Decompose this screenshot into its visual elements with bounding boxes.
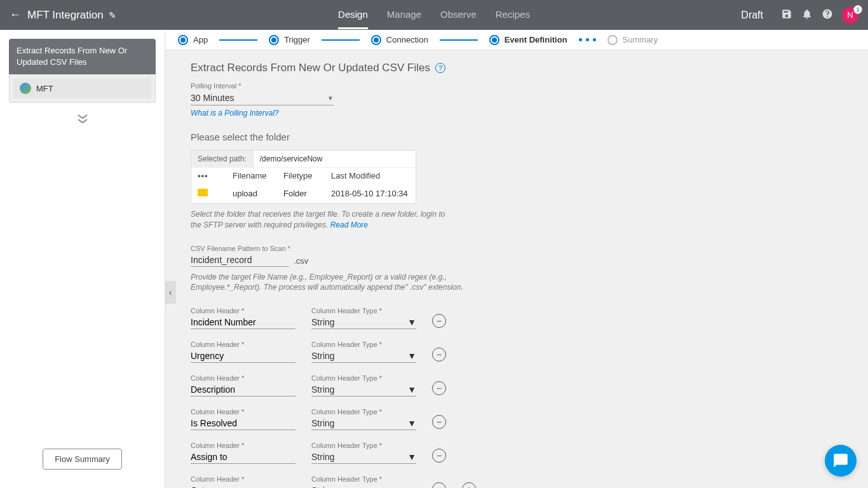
remove-row-button[interactable]: − [432,449,446,463]
sidebar-collapse-icon[interactable] [9,114,156,125]
app-name: MFT [36,84,53,93]
step-app[interactable]: App [178,35,208,45]
column-row: Column Header * Column Header Type *Stri… [191,341,843,363]
column-header-input[interactable] [191,383,295,396]
folder-browser: Selected path: /demo/serviceNow ••• File… [191,150,416,204]
chevron-down-icon: ▼ [407,317,416,327]
column-header-input[interactable] [191,451,295,464]
step-connection[interactable]: Connection [371,35,428,45]
tab-design[interactable]: Design [338,1,368,29]
column-row: Column Header * Column Header Type *Stri… [191,442,843,464]
status-label: Draft [741,10,763,21]
step-connector [440,39,478,41]
remove-row-button[interactable]: − [432,381,446,395]
avatar[interactable]: N 1 [842,7,858,24]
selected-path-value: /demo/serviceNow [254,151,329,167]
tab-observe[interactable]: Observe [440,1,477,29]
csv-extension-text: .csv [294,256,308,267]
tab-recipes[interactable]: Recipes [496,1,530,29]
column-type-select[interactable]: String▼ [311,383,416,396]
app-card: MFT [9,74,156,103]
top-bar: ← MFT Integration ✎ Design Manage Observ… [0,0,868,30]
column-type-select[interactable]: String▼ [311,316,416,329]
form-title: Extract Records From New Or Updated CSV … [191,62,843,74]
polling-label: Polling Interval * [191,82,843,90]
step-trigger[interactable]: Trigger [269,35,310,45]
csv-pattern-label: CSV Filename Pattern to Scan * [191,245,290,252]
column-row: Column Header * Column Header Type *Stri… [191,475,843,488]
remove-row-button[interactable]: − [432,314,446,328]
avatar-letter: N [847,10,853,20]
column-row: Column Header * Column Header Type *Stri… [191,307,843,329]
step-summary[interactable]: Summary [607,35,658,45]
remove-row-button[interactable]: − [432,415,446,429]
pencil-icon[interactable]: ✎ [109,10,116,20]
sidebar-app-item[interactable]: MFT [13,78,151,98]
csv-pattern-input[interactable] [191,254,289,267]
panel-collapse-handle[interactable]: ‹ [165,281,176,304]
chevron-down-icon: ▼ [327,95,334,102]
chevron-down-icon: ▼ [407,452,416,462]
chat-bubble-button[interactable] [825,445,857,477]
flow-card[interactable]: Extract Records From New Or Updated CSV … [9,39,156,74]
help-icon[interactable]: ? [435,63,445,73]
step-connector-dots [579,38,596,41]
add-row-button[interactable]: + [462,482,476,488]
folder-table-header: ••• Filename Filetype Last Modified [191,167,416,184]
folder-path-row: Selected path: /demo/serviceNow [191,151,416,167]
step-connector [219,39,257,41]
avatar-badge: 1 [853,5,862,14]
column-header-input[interactable] [191,484,295,488]
column-header-input[interactable] [191,316,295,329]
form-area: Extract Records From New Or Updated CSV … [165,50,868,488]
column-header-input[interactable] [191,349,295,363]
help-icon[interactable] [822,8,833,22]
header-actions: N 1 [781,7,858,24]
selected-path-label: Selected path: [191,151,254,167]
csv-hint: Provide the target File Name (e.g., Empl… [191,272,483,294]
top-tabs: Design Manage Observe Recipes [338,1,530,29]
tab-manage[interactable]: Manage [387,1,421,29]
remove-row-button[interactable]: − [432,348,446,362]
wizard-stepper: App Trigger Connection Event Definition … [165,30,868,50]
step-connector [322,39,360,41]
bell-icon[interactable] [801,8,813,22]
page-title: MFT Integration [27,9,104,22]
folder-hint: Select the folder that receives the targ… [191,209,458,231]
column-type-select[interactable]: String▼ [311,451,416,464]
folder-icon [198,189,208,196]
more-icon[interactable]: ••• [198,171,208,180]
polling-help-link[interactable]: What is a Polling Interval? [191,109,279,118]
column-headers-list: Column Header * Column Header Type *Stri… [191,307,843,488]
flow-summary-button[interactable]: Flow Summary [43,449,122,470]
polling-interval-select[interactable]: 30 Minutes ▼ [191,91,334,105]
content-area: ‹ App Trigger Connection Event Definitio… [165,30,868,488]
save-icon[interactable] [781,8,792,22]
chevron-down-icon: ▼ [407,384,416,395]
back-arrow-icon[interactable]: ← [10,8,21,22]
column-header-input[interactable] [191,417,295,430]
mft-app-icon [20,83,31,94]
chevron-down-icon: ▼ [407,485,416,488]
step-event-definition[interactable]: Event Definition [489,35,567,45]
column-type-select[interactable]: String▼ [311,417,416,430]
chevron-down-icon: ▼ [407,418,416,428]
column-type-select[interactable]: String▼ [311,484,416,488]
folder-table-row[interactable]: upload Folder 2018-05-10 17:10:34 [191,184,416,203]
column-row: Column Header * Column Header Type *Stri… [191,408,843,430]
remove-row-button[interactable]: − [432,482,446,488]
column-row: Column Header * Column Header Type *Stri… [191,374,843,396]
folder-section-title: Please select the folder [191,132,843,142]
chevron-down-icon: ▼ [407,351,416,361]
column-type-select[interactable]: String▼ [311,349,416,363]
read-more-link[interactable]: Read More [330,220,368,229]
sidebar: Extract Records From New Or Updated CSV … [0,30,165,488]
